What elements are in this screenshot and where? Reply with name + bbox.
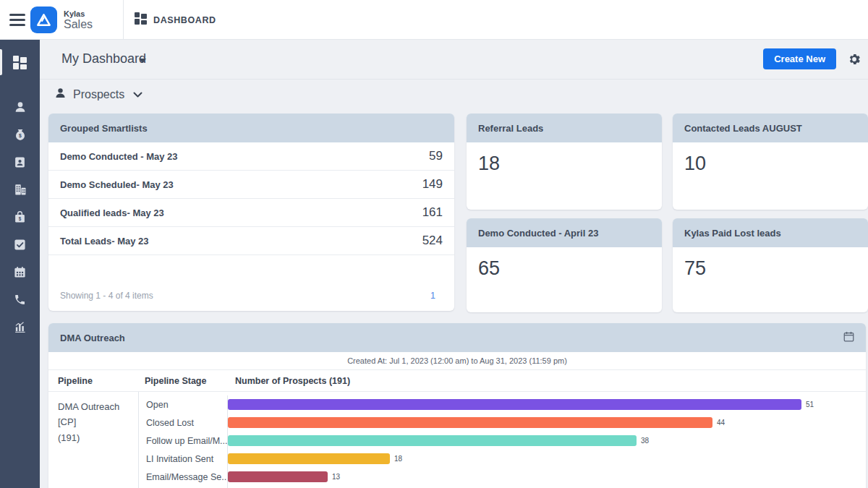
kpi-title: Kylas Paid Lost leads <box>673 218 868 247</box>
deals-icon: $ <box>14 128 27 141</box>
kpi-card-demo-conducted-april: Demo Conducted - April 23 65 <box>467 218 662 312</box>
kpi-value: 65 <box>467 247 662 280</box>
stage-row: Email/Message Se... 13 <box>139 468 866 486</box>
create-new-button[interactable]: Create New <box>763 48 836 69</box>
pipeline-cell: DMA Outreach [CP] (191) <box>48 392 139 488</box>
stage-label: Follow up Email/M... <box>139 432 228 450</box>
leads-icon <box>14 100 27 114</box>
stage-row: Closed Lost 44 <box>139 414 866 432</box>
smartlist-row[interactable]: Total Leads- May 23 524 <box>48 227 454 255</box>
hamburger-menu-icon[interactable] <box>9 14 25 26</box>
calendar-filter-icon[interactable] <box>843 331 854 344</box>
stage-value: 13 <box>332 473 340 481</box>
svg-text:$: $ <box>19 215 22 221</box>
stage-bar[interactable] <box>228 453 390 464</box>
dashboard-icon <box>13 56 27 69</box>
stage-label: Open <box>139 395 228 414</box>
kpi-card-referral-leads: Referral Leads 18 <box>467 114 662 210</box>
svg-text:$: $ <box>19 133 22 139</box>
smartlist-value: 59 <box>429 149 443 163</box>
date-range-label: Created At: Jul 1, 2023 (12:00 am) to Au… <box>48 352 866 370</box>
calendar-icon <box>14 266 26 278</box>
contacts-icon <box>14 156 26 168</box>
products-icon: $ <box>14 211 26 223</box>
pipeline-count: (191) <box>58 430 138 445</box>
kpi-title: Contacted Leads AUGUST <box>673 114 868 142</box>
chevron-down-icon <box>133 88 142 101</box>
smartlist-value: 161 <box>422 205 443 220</box>
pagination-page-1[interactable]: 1 <box>430 291 443 301</box>
smartlist-label: Qualified leads- May 23 <box>60 207 164 218</box>
page-title[interactable]: My Dashboard <box>61 51 146 67</box>
sidebar: $ <box>0 40 40 488</box>
person-icon <box>54 87 67 102</box>
column-header-pipeline: Pipeline <box>58 376 93 386</box>
stage-value: 38 <box>641 437 649 445</box>
pipeline-name: DMA Outreach <box>58 399 138 414</box>
smartlist-value: 524 <box>422 234 443 248</box>
nav-dashboard-label: DASHBOARD <box>153 15 216 25</box>
stage-bar[interactable] <box>228 399 801 410</box>
kpi-value: 75 <box>673 247 868 280</box>
column-header-pipeline-stage: Pipeline Stage <box>145 376 206 386</box>
brand-name: Kylas <box>64 9 93 18</box>
stage-row: Open 51 <box>139 395 866 414</box>
topbar-divider <box>123 0 124 39</box>
dashboard-grid-icon <box>135 12 147 27</box>
sidebar-item-companies[interactable] <box>0 176 40 203</box>
pipeline-code: [CP] <box>58 414 138 429</box>
stage-value: 44 <box>717 419 725 427</box>
tasks-icon <box>14 239 26 251</box>
smartlist-value: 149 <box>422 177 443 192</box>
dashboard-dropdown-caret-icon[interactable] <box>139 59 146 63</box>
stage-bar[interactable] <box>228 417 712 428</box>
pagination-status: Showing 1 - 4 of 4 items <box>60 291 153 301</box>
stage-row: LI Invitation Sent 18 <box>139 450 866 468</box>
sidebar-item-tasks[interactable] <box>0 231 40 258</box>
stage-label: LI Invitation Sent <box>139 450 228 468</box>
smartlist-row[interactable]: Qualified leads- May 23 161 <box>48 199 454 227</box>
phone-icon <box>14 294 26 306</box>
smartlist-label: Total Leads- May 23 <box>60 236 149 247</box>
smartlist-row[interactable]: Demo Scheduled- May 23 149 <box>48 171 454 199</box>
kpi-title: Demo Conducted - April 23 <box>467 218 662 247</box>
stage-bar[interactable] <box>228 471 328 482</box>
kylas-logo-icon <box>30 7 57 33</box>
companies-icon <box>14 183 27 196</box>
sidebar-item-reports[interactable] <box>0 313 40 341</box>
reports-icon <box>14 321 26 333</box>
column-header-prospects: Number of Prospects (191) <box>235 376 350 386</box>
prospects-section-header[interactable]: Prospects <box>54 87 142 102</box>
prospects-label: Prospects <box>73 88 124 101</box>
stage-bar[interactable] <box>228 435 637 446</box>
grouped-smartlists-title: Grouped Smartlists <box>48 114 454 142</box>
kpi-card-contacted-leads-august: Contacted Leads AUGUST 10 <box>673 114 868 210</box>
kpi-card-kylas-paid-lost-leads: Kylas Paid Lost leads 75 <box>673 218 868 312</box>
stage-value: 18 <box>394 455 402 463</box>
smartlist-label: Demo Scheduled- May 23 <box>60 179 174 190</box>
dma-outreach-card: DMA Outreach Created At: Jul 1, 2023 (12… <box>48 323 866 488</box>
sidebar-item-contacts[interactable] <box>0 148 40 176</box>
stage-value: 51 <box>806 401 814 408</box>
brand[interactable]: Kylas Sales <box>30 7 93 33</box>
sidebar-item-leads[interactable] <box>0 93 40 121</box>
sidebar-item-dashboard[interactable] <box>0 47 40 77</box>
grouped-smartlists-card: Grouped Smartlists Demo Conducted - May … <box>48 114 454 311</box>
kpi-title: Referral Leads <box>467 114 662 142</box>
sidebar-item-meetings[interactable] <box>0 258 40 286</box>
stage-label: Email/Message Se... <box>139 468 228 486</box>
stage-label: Closed Lost <box>139 414 228 432</box>
smartlist-row[interactable]: Demo Conducted - May 23 59 <box>48 142 454 171</box>
stage-row: Follow up Email/M... 38 <box>139 432 866 450</box>
sidebar-item-products[interactable]: $ <box>0 203 40 231</box>
kpi-value: 18 <box>467 142 662 175</box>
gear-icon[interactable] <box>847 52 861 69</box>
brand-product: Sales <box>64 18 93 31</box>
smartlist-label: Demo Conducted - May 23 <box>60 151 178 162</box>
topbar: Kylas Sales DASHBOARD <box>0 0 868 40</box>
nav-dashboard-tab[interactable]: DASHBOARD <box>135 12 216 27</box>
sidebar-item-deals[interactable]: $ <box>0 121 40 148</box>
dashboard-header: My Dashboard Create New <box>40 40 868 80</box>
sidebar-item-calls[interactable] <box>0 286 40 313</box>
kpi-value: 10 <box>673 142 868 175</box>
